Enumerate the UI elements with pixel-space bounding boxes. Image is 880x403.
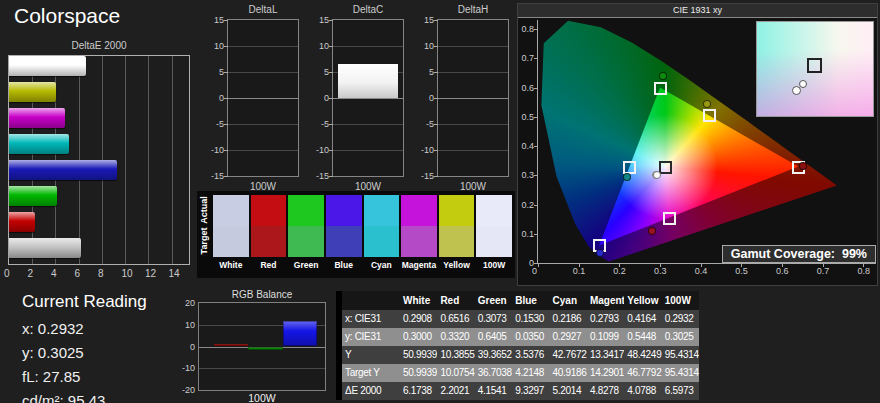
current-reading-fl: fL: 27.85 <box>22 368 147 385</box>
bar <box>9 108 65 128</box>
y-tick-label: 10 <box>204 41 224 51</box>
bar-row-blue <box>9 160 189 180</box>
measured-point-100w <box>653 171 661 179</box>
table-cell: 13.3417 <box>587 346 624 364</box>
table-cell: 4.8278 <box>587 382 624 400</box>
y-tick <box>534 175 538 176</box>
table-cell: 4.1541 <box>475 382 512 400</box>
page-title: Colorspace <box>14 4 120 28</box>
gridline <box>438 150 508 151</box>
deltae2000-chart-title: DeltaE 2000 <box>6 40 192 51</box>
y-tick-label: 5 <box>309 67 329 77</box>
y-tick <box>224 124 228 125</box>
measurement-table-body: x: CIE310.29080.65160.30730.15300.21860.… <box>342 310 700 400</box>
y-tick <box>434 124 438 125</box>
y-tick <box>224 150 228 151</box>
y-tick-label: 0.5 <box>519 112 534 122</box>
table-cell: 50.9939 <box>400 346 437 364</box>
colorspace-screen: Colorspace DeltaE 2000 02468101214 Delta… <box>0 0 880 403</box>
table-cell: 0.2908 <box>400 310 437 328</box>
y-tick-label: 5 <box>414 67 434 77</box>
x-tick-label: 0.4 <box>695 266 708 276</box>
x-tick-label: 0.3 <box>654 266 667 276</box>
y-tick-label: 0.8 <box>519 24 534 34</box>
bar <box>9 186 57 206</box>
y-tick <box>534 205 538 206</box>
x-tick-label: 0.1 <box>573 266 586 276</box>
inset-target-square <box>807 58 822 73</box>
measured-point-red <box>799 162 807 170</box>
bar-blue <box>283 321 317 346</box>
table-cell: 10.3855 <box>437 346 474 364</box>
x-tick-label: 14 <box>168 268 179 279</box>
table-header-cell: Red <box>437 291 474 310</box>
x-tick-label: 0 <box>4 268 10 279</box>
y-tick <box>329 176 333 177</box>
y-tick-label: 0.2 <box>519 200 534 210</box>
table-cell: 0.2932 <box>662 310 699 328</box>
swatch-label: Yellow <box>439 257 475 274</box>
y-tick <box>534 88 538 89</box>
current-reading-x: x: 0.2932 <box>22 320 147 337</box>
x-tick-label: 0.5 <box>735 266 748 276</box>
deltae2000-x-axis: 02468101214 <box>8 268 190 280</box>
swatch-column-cyan: Cyan <box>364 195 400 276</box>
x-tick-label: 8 <box>98 268 104 279</box>
table-cell: 95.4314 <box>662 364 699 382</box>
swatch-label: Green <box>288 257 324 274</box>
table-row: ΔE 20006.17382.20214.15419.32975.20144.8… <box>342 382 700 400</box>
table-cell: 42.7672 <box>550 346 587 364</box>
bar-row-cyan <box>9 134 189 154</box>
y-tick-label: -15 <box>414 171 434 181</box>
swatch-column-white: White <box>213 195 249 276</box>
gamut-coverage-label: Gamut Coverage: <box>731 247 835 261</box>
swatch-actual <box>251 195 287 226</box>
y-tick-label: 15 <box>309 15 329 25</box>
gridline <box>333 124 403 125</box>
deltac-plot-area: 151050-5-10-15 <box>332 19 404 177</box>
table-cell: 0.6516 <box>437 310 474 328</box>
target-square-yellow <box>703 109 716 122</box>
inset-measured-point <box>799 80 807 88</box>
table-cell: 6.5973 <box>662 382 699 400</box>
y-tick <box>534 29 538 30</box>
swatch-actual <box>288 195 324 226</box>
bar <box>338 64 398 98</box>
bar-row-100w <box>9 56 189 76</box>
current-reading-title: Current Reading <box>22 292 147 312</box>
gamut-coverage-value: 99% <box>842 247 867 261</box>
swatch-row-label-target: Target <box>199 226 209 257</box>
gridline <box>228 124 298 125</box>
swatch-target <box>364 226 400 257</box>
swatch-label: Magenta <box>401 257 437 274</box>
bar <box>9 160 117 180</box>
x-tick-label: 6 <box>74 268 80 279</box>
target-square-magenta <box>663 212 676 225</box>
y-tick-label: 0.3 <box>519 170 534 180</box>
gridline <box>438 124 508 125</box>
table-cell: 4.0788 <box>624 382 661 400</box>
deltal-plot-area: 151050-5-10-15 <box>227 19 299 177</box>
y-tick <box>329 124 333 125</box>
y-tick <box>434 176 438 177</box>
deltah-chart-title: DeltaH <box>437 4 509 15</box>
swatch-target <box>326 226 362 257</box>
y-tick <box>434 150 438 151</box>
x-tick <box>538 263 539 267</box>
table-cell: 0.3000 <box>400 328 437 346</box>
y-tick-label: 10 <box>175 320 195 330</box>
table-row-label: y: CIE31 <box>342 328 400 346</box>
deltae2000-chart: DeltaE 2000 02468101214 <box>6 40 192 282</box>
y-tick-label: 15 <box>204 15 224 25</box>
gridline <box>228 46 298 47</box>
bar <box>9 212 35 232</box>
bar <box>9 82 56 102</box>
table-cell: 46.7792 <box>624 364 661 382</box>
deltal-chart: DeltaL 151050-5-10-15 100W <box>203 4 303 196</box>
y-tick-label: 15 <box>414 15 434 25</box>
y-tick <box>329 98 333 99</box>
y-tick-label: -5 <box>414 119 434 129</box>
deltal-chart-title: DeltaL <box>227 4 299 15</box>
swatch-label: 100W <box>476 257 512 274</box>
bar-row-yellow <box>9 82 189 102</box>
